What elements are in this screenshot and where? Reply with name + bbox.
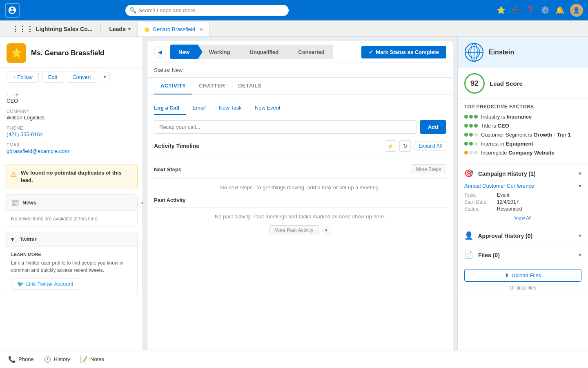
activity-content: Log a Call Email New Task New Event Add …: [147, 95, 453, 364]
predictive-factors: TOP PREDICTIVE FACTORS Industry is Insur…: [458, 99, 588, 164]
email-value[interactable]: gbrassfield@example.com: [7, 148, 136, 154]
next-steps-section: Next Steps More Steps: [154, 160, 446, 179]
stage-working[interactable]: Working: [198, 45, 238, 59]
expand-all-button[interactable]: Expand All: [414, 141, 446, 151]
dot: [469, 115, 473, 119]
call-input-row: Add: [154, 120, 446, 134]
tab-close-icon[interactable]: ✕: [199, 27, 203, 32]
user-avatar[interactable]: 👤: [570, 4, 583, 17]
campaign-start-row: Start Date: 12/4/2017: [464, 199, 581, 205]
next-steps-empty: No next steps. To get things moving, add…: [154, 179, 446, 193]
collapse-panel-button[interactable]: ◀: [138, 197, 143, 207]
dot: [474, 151, 478, 155]
filter-icon-button[interactable]: ⚡: [385, 140, 396, 152]
lead-avatar: ⭐: [7, 43, 26, 63]
more-past-activity-button[interactable]: More Past Activity: [269, 225, 318, 235]
convert-dropdown-button[interactable]: ▾: [100, 72, 110, 82]
approval-history-header[interactable]: 👤 Approval History (0) ▾: [458, 226, 588, 245]
search-input[interactable]: [125, 5, 289, 16]
action-log-call[interactable]: Log a Call: [154, 101, 186, 115]
tab-details[interactable]: DETAILS: [232, 78, 268, 94]
more-past-dropdown-button[interactable]: ▾: [322, 226, 331, 235]
activity-tabs: ACTIVITY CHATTER DETAILS: [147, 78, 453, 95]
phone-value[interactable]: (421) 555-0164: [7, 131, 136, 137]
dot: [464, 133, 468, 137]
tab-label: Genaro Brassfield: [153, 26, 195, 32]
add-button[interactable]: Add: [420, 120, 446, 134]
dot: [464, 115, 468, 119]
bottom-phone[interactable]: 📞 Phone: [8, 356, 34, 363]
stage-converted[interactable]: Converted: [287, 45, 332, 59]
right-panel: Einstein 92 Lead Score TOP PREDICTIVE FA…: [457, 37, 588, 368]
mark-complete-button[interactable]: ✓ Mark Status as Complete: [361, 46, 446, 58]
favorites-icon[interactable]: ⭐: [497, 6, 506, 15]
notifications-icon[interactable]: 🔔: [555, 6, 564, 15]
action-email[interactable]: Email: [186, 101, 212, 115]
factor-text: Incomplete Company Website: [481, 150, 555, 156]
top-navigation: 🔍 ⭐ ➕ ❓ ⚙️ 🔔 👤: [0, 0, 588, 20]
drop-files-text: Or drop files: [464, 285, 581, 291]
lead-header: ⭐ Ms. Genaro Brassfield: [0, 37, 143, 67]
action-new-event[interactable]: New Event: [248, 101, 287, 115]
campaign-history-body: Annual Customer Conference ▾ Type: Event…: [458, 183, 588, 226]
files-body: ⬆ Upload Files Or drop files: [458, 264, 588, 296]
past-activity-section: Past Activity: [154, 193, 446, 208]
alert-icon: ⚠: [10, 170, 17, 179]
view-all-link[interactable]: View All: [464, 215, 581, 221]
more-steps-button[interactable]: More Steps: [411, 164, 446, 174]
einstein-section: Einstein: [458, 37, 588, 68]
stage-new[interactable]: New: [170, 45, 198, 59]
twitter-collapse-icon: ▾: [11, 236, 14, 242]
bottom-history[interactable]: 🕐 History: [44, 356, 70, 363]
campaign-expand-icon[interactable]: ▾: [579, 183, 581, 189]
action-new-task[interactable]: New Task: [212, 101, 248, 115]
dot: [464, 124, 468, 128]
leads-dropdown-icon[interactable]: ▾: [128, 27, 131, 32]
tab-star-icon: ⭐: [143, 26, 150, 33]
factor-row: Customer Segment is Growth - Tier 1: [464, 132, 581, 138]
tab-chatter[interactable]: CHATTER: [192, 78, 232, 94]
campaign-history-header[interactable]: 🎯 Campaign History (1) ▾: [458, 164, 588, 183]
timeline-title: Activity Timeline: [154, 143, 199, 149]
timeline-header: Activity Timeline ⚡ ↻ Expand All: [154, 140, 446, 155]
leads-nav-item[interactable]: Leads ▾: [104, 22, 135, 36]
factor-row: Title is CEO: [464, 123, 581, 129]
action-tabs: Log a Call Email New Task New Event: [154, 101, 446, 115]
lead-score-circle: 92: [464, 73, 485, 94]
app-switcher[interactable]: ⋮⋮⋮ Lightning Sales Co...: [7, 22, 97, 36]
news-header[interactable]: 📰 News: [5, 195, 137, 211]
factor-text: Title is CEO: [481, 123, 509, 129]
upload-files-button[interactable]: ⬆ Upload Files: [464, 269, 581, 282]
factor-row: Interest in Equipment: [464, 141, 581, 147]
status-stages: New Working Unqualified Converted: [170, 45, 361, 59]
help-icon[interactable]: ❓: [526, 6, 535, 15]
convert-button[interactable]: Convert: [67, 72, 97, 83]
status-row: Status: New: [147, 63, 453, 78]
twitter-header[interactable]: ▾ Twitter: [5, 232, 137, 247]
campaign-history-section: 🎯 Campaign History (1) ▾ Annual Customer…: [458, 164, 588, 226]
checkmark-icon: ✓: [369, 49, 373, 55]
bottom-notes[interactable]: 📝 Notes: [80, 356, 104, 363]
tab-activity[interactable]: ACTIVITY: [154, 78, 192, 94]
add-icon[interactable]: ➕: [511, 6, 520, 15]
settings-icon[interactable]: ⚙️: [541, 6, 550, 15]
stage-unqualified[interactable]: Unqualified: [238, 45, 287, 59]
app-name-label: Lightning Sales Co...: [36, 26, 92, 32]
twitter-body: Learn More Link a Twitter user profile t…: [5, 247, 137, 295]
dot: [464, 142, 468, 146]
genaro-tab[interactable]: ⭐ Genaro Brassfield ✕: [137, 22, 209, 36]
edit-button[interactable]: Edit: [42, 72, 63, 83]
campaign-link[interactable]: Annual Customer Conference ▾: [464, 183, 581, 189]
title-field: Title CEO: [7, 92, 136, 104]
refresh-icon-button[interactable]: ↻: [399, 140, 411, 152]
files-header[interactable]: 📄 Files (0) ▾: [458, 245, 588, 264]
app-logo[interactable]: [5, 3, 20, 18]
link-twitter-button[interactable]: 🐦 Link Twitter Account: [11, 278, 79, 290]
twitter-section: ▾ Twitter Learn More Link a Twitter user…: [5, 232, 138, 295]
follow-button[interactable]: + Follow: [7, 72, 39, 83]
stage-back-button[interactable]: ◀: [154, 46, 166, 58]
left-panel: ⭐ Ms. Genaro Brassfield + Follow Edit Co…: [0, 37, 143, 368]
files-section: 📄 Files (0) ▾ ⬆ Upload Files Or drop fil…: [458, 245, 588, 296]
factor-row: Incomplete Company Website: [464, 150, 581, 156]
call-recap-input[interactable]: [154, 120, 416, 134]
